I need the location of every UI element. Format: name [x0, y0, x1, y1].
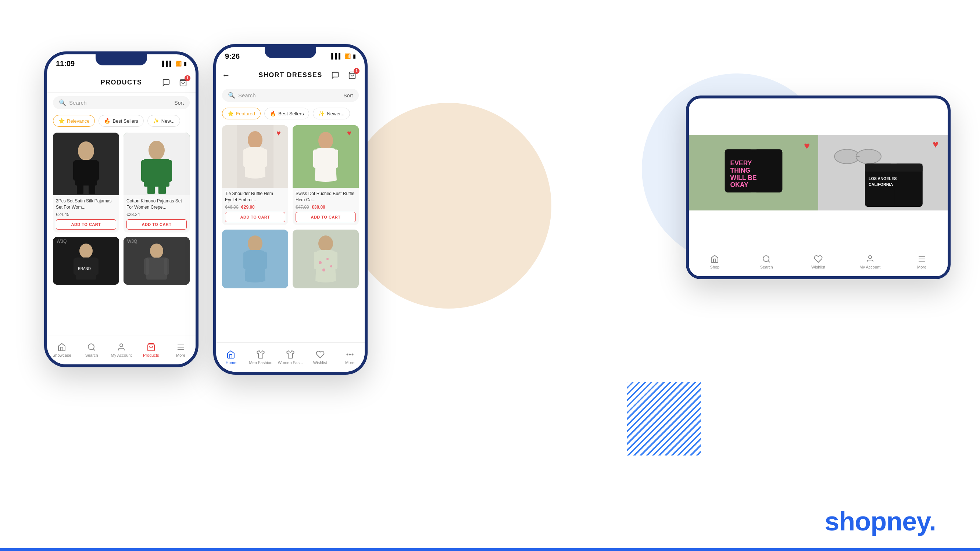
- svg-text:CALIFORNIA: CALIFORNIA: [869, 182, 893, 187]
- phone3-nav-shop[interactable]: Shop: [689, 254, 741, 269]
- phone1-nav-account-label: My Account: [111, 353, 132, 357]
- svg-text:♥: ♥: [277, 129, 281, 137]
- phone2-product-4[interactable]: [293, 230, 359, 288]
- svg-point-30: [120, 344, 123, 347]
- phone2-nav-wishlist-label: Wishlist: [313, 360, 327, 365]
- svg-rect-52: [262, 252, 267, 269]
- svg-point-38: [248, 131, 262, 149]
- svg-rect-68: [754, 149, 782, 192]
- phone2-nav-more[interactable]: More: [335, 350, 365, 365]
- phone2-nav-menfashion-label: Men Fashion: [249, 360, 272, 365]
- phone2-chip-new-icon: ✨: [318, 111, 325, 116]
- svg-text:BRAND: BRAND: [78, 267, 91, 271]
- phone2-product1-price: €46.00 €29.00: [225, 205, 285, 210]
- phone2-product-2[interactable]: ♥ Swiss Dot Ruched Bust Ruffle Hem Ca...…: [293, 125, 359, 225]
- phone2-product2-price-old: €47.00: [296, 205, 309, 210]
- phone3-nav-wishlist[interactable]: Wishlist: [792, 254, 844, 269]
- svg-point-63: [352, 354, 353, 355]
- phone3-product-2[interactable]: LOS ANGELES CALIFORNIA ♥: [818, 98, 948, 247]
- phone2-battery-icon: ▮: [353, 53, 356, 59]
- phone2-product2-price-new: €30.00: [312, 205, 325, 210]
- deco-lines: [627, 382, 701, 456]
- phone3-nav-search[interactable]: Search: [741, 254, 792, 269]
- phone2-nav-menfashion[interactable]: Men Fashion: [246, 350, 276, 365]
- svg-point-88: [869, 256, 872, 259]
- phone2-search-bar[interactable]: 🔍 Search Sort: [222, 89, 359, 102]
- phone1-nav-search[interactable]: Search: [77, 343, 107, 357]
- svg-point-58: [326, 258, 329, 260]
- phone1-product2-info: Cotton Kimono Pajamas Set For Women Crep…: [124, 195, 190, 232]
- phone3-bottom-nav: Shop Search Wishlist My Account More: [689, 247, 948, 276]
- phone2-sort-btn[interactable]: Sort: [343, 92, 353, 98]
- phone1-nav-more[interactable]: More: [166, 343, 196, 357]
- phone2-chip-bestsellers-label: Best Sellers: [278, 111, 304, 116]
- phone2-cart-badge: 1: [354, 68, 360, 74]
- phone2-chip-new[interactable]: ✨ Newer...: [313, 108, 350, 119]
- phone1-product2-name: Cotton Kimono Pajamas Set For Women Crep…: [126, 198, 187, 211]
- phone2-chip-fire-icon: 🔥: [270, 111, 276, 116]
- phone2-filter-chips: ⭐ Featured 🔥 Best Sellers ✨ Newer...: [216, 105, 365, 122]
- svg-rect-39: [243, 149, 248, 167]
- phone2-title: SHORT DRESSES: [258, 71, 322, 79]
- phone2-nav-wishlist[interactable]: Wishlist: [305, 350, 335, 365]
- phone1-product-4[interactable]: W3Q: [124, 237, 190, 285]
- phone1-nav-showcase[interactable]: Showcase: [47, 343, 77, 357]
- svg-rect-14: [158, 185, 166, 194]
- phone2-product2-price: €47.00 €30.00: [296, 205, 356, 210]
- phone2-nav-home[interactable]: Home: [216, 350, 246, 365]
- phone2-chat-icon[interactable]: [329, 69, 342, 82]
- phone2-signal-icon: ▌▌▌: [331, 53, 342, 59]
- phone3-nav-account[interactable]: My Account: [844, 254, 896, 269]
- phone3-nav-wishlist-label: Wishlist: [811, 265, 825, 269]
- phone1-search-bar[interactable]: 🔍 Search Sort: [53, 96, 190, 109]
- phone1-nav-account[interactable]: My Account: [107, 343, 136, 357]
- svg-point-28: [88, 344, 94, 350]
- phone1-nav-products-label: Products: [143, 353, 159, 357]
- phone1-cart-badge: 1: [185, 75, 191, 81]
- phone2-product2-add-to-cart[interactable]: ADD TO CART: [296, 212, 356, 222]
- phone1-product1-info: 2Pcs Set Satin Silk Pajamas Set For Wom.…: [53, 195, 119, 232]
- svg-point-2: [78, 141, 94, 160]
- phone1-product-2[interactable]: Cotton Kimono Pajamas Set For Women Crep…: [124, 133, 190, 232]
- phone1-chip-relevance[interactable]: ⭐ Relevance: [53, 115, 95, 127]
- phone2-product1-add-to-cart[interactable]: ADD TO CART: [225, 212, 285, 222]
- phone2-product2-info: Swiss Dot Ruched Bust Ruffle Hem Ca... €…: [293, 188, 359, 225]
- phone3-product-1[interactable]: EVERY THING WILL BE OKAY ♥: [689, 98, 818, 247]
- phone2-nav-womenfashion[interactable]: Women Fas...: [276, 350, 305, 365]
- phone2-product-3[interactable]: [222, 230, 288, 288]
- phone1-chat-icon[interactable]: [159, 76, 173, 89]
- phone1-product-3[interactable]: W3Q BRAND: [53, 237, 119, 285]
- phone2-product1-info: Tie Shoulder Ruffle Hem Eyelet Embroi...…: [222, 188, 288, 225]
- phone3-nav-more[interactable]: More: [896, 254, 948, 269]
- phone2-product2-name: Swiss Dot Ruched Bust Ruffle Hem Ca...: [296, 191, 356, 203]
- phone3-product-grid: EVERY THING WILL BE OKAY ♥: [689, 98, 948, 247]
- phone1-product1-price: €24.45: [56, 212, 116, 217]
- svg-point-45: [318, 132, 333, 149]
- phone1-chip-new[interactable]: ✨ New...: [147, 115, 180, 127]
- phone1-product-1[interactable]: 2Pcs Set Satin Silk Pajamas Set For Wom.…: [53, 133, 119, 232]
- phone1-chip-bestsellers[interactable]: 🔥 Best Sellers: [99, 115, 143, 127]
- phone1-product2-price: €28.24: [126, 212, 187, 217]
- phone2-cart-icon[interactable]: 1: [345, 69, 359, 82]
- phone3-nav-shop-label: Shop: [710, 265, 720, 269]
- svg-point-50: [248, 235, 262, 252]
- phone1-product1-add-to-cart[interactable]: ADD TO CART: [56, 219, 116, 230]
- phone1-nav-more-label: More: [176, 353, 185, 357]
- phone1-product2-add-to-cart[interactable]: ADD TO CART: [126, 219, 187, 230]
- phone1-cart-icon[interactable]: 1: [177, 76, 190, 89]
- phone2-chip-bestsellers[interactable]: 🔥 Best Sellers: [264, 108, 309, 119]
- phone1-battery-icon: ▮: [184, 60, 187, 67]
- phone1-nav-search-label: Search: [85, 353, 98, 357]
- svg-rect-13: [147, 185, 155, 194]
- phone2-chip-featured[interactable]: ⭐ Featured: [222, 108, 261, 119]
- phone1-sort-btn[interactable]: Sort: [174, 100, 184, 106]
- phone1-bottom-nav: Showcase Search My Account Products More: [47, 335, 196, 364]
- phone2-product-1[interactable]: ♥ Tie Shoulder Ruffle Hem Eyelet Embroi.…: [222, 125, 288, 225]
- phone2-chip-star-icon: ⭐: [228, 111, 234, 116]
- svg-rect-4: [73, 160, 79, 181]
- svg-point-77: [856, 149, 881, 164]
- phone1-nav-products[interactable]: Products: [136, 343, 166, 357]
- phone2-back-btn[interactable]: ←: [222, 70, 230, 80]
- phone1-chip-relevance-label: Relevance: [67, 118, 89, 124]
- svg-rect-12: [165, 160, 172, 182]
